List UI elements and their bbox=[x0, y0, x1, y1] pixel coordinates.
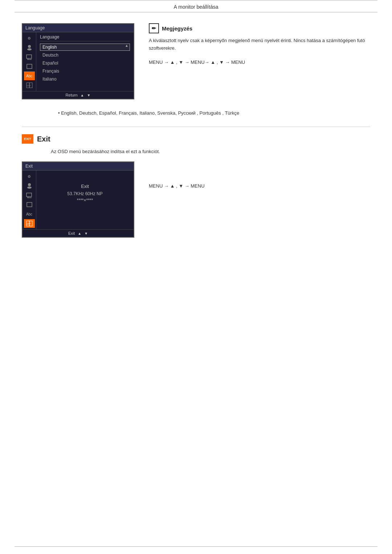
note-icon: ✏ bbox=[149, 23, 159, 33]
osd-icon-exit: EXIT bbox=[24, 81, 35, 90]
osd-submenu-language-title: Language bbox=[40, 34, 130, 41]
exit-heading: EXIT Exit bbox=[22, 134, 370, 144]
exit-osd-icon-screen bbox=[24, 200, 35, 209]
language-osd-panel: Language ⚙ Abc EXIT bbox=[22, 23, 134, 99]
osd-icon-screen bbox=[24, 62, 35, 71]
language-list-area: Language ▲ English Deutsch Español Franç… bbox=[36, 32, 134, 91]
svg-point-1 bbox=[27, 48, 32, 50]
section-divider bbox=[22, 127, 370, 127]
osd-icon-settings: ⚙ bbox=[24, 34, 35, 42]
exit-osd-icon-input bbox=[24, 191, 35, 200]
footer-return-label: Return bbox=[66, 93, 78, 97]
svg-text:EXIT: EXIT bbox=[27, 223, 31, 225]
svg-rect-2 bbox=[26, 55, 32, 58]
exit-icon-box: EXIT bbox=[22, 134, 33, 144]
osd-language-header: Language bbox=[23, 24, 134, 32]
note-body: A kiválasztott nyelv csak a képernyőn me… bbox=[149, 37, 370, 52]
osd-icon-list: ⚙ Abc EXIT bbox=[23, 32, 36, 91]
language-list-text: English, Deutsch, Español, Français, Ita… bbox=[58, 110, 370, 116]
svg-rect-5 bbox=[27, 64, 32, 69]
exit-osd-header: Exit bbox=[23, 162, 134, 171]
exit-footer-label: Exit bbox=[68, 231, 75, 235]
exit-osd-icon-picture bbox=[24, 181, 35, 190]
lang-item-italiano[interactable]: Italiano bbox=[40, 75, 130, 83]
exit-osd-icon-list: ⚙ Abc EXIT bbox=[23, 171, 36, 229]
lang-item-english[interactable]: English bbox=[40, 44, 130, 51]
svg-rect-11 bbox=[26, 193, 32, 197]
svg-text:EXIT: EXIT bbox=[27, 85, 31, 87]
exit-nav: MENU → ▲ , ▼ → MENU bbox=[149, 183, 205, 189]
footer-up-btn[interactable]: ▲ bbox=[81, 93, 84, 97]
exit-heading-text: Exit bbox=[37, 135, 50, 143]
exit-submenu-label: Exit bbox=[40, 184, 130, 189]
exit-footer-down-btn[interactable]: ▼ bbox=[84, 231, 88, 235]
osd-icon-picture bbox=[24, 43, 35, 52]
bottom-border bbox=[15, 546, 377, 547]
page-title: A monitor beállítása bbox=[15, 0, 377, 12]
note-nav: MENU → ▲ , ▼ → MENU→ ▲ , ▼ → MENU bbox=[149, 59, 370, 65]
language-section: Language ⚙ Abc EXIT bbox=[22, 23, 370, 99]
exit-info-line2: ****×**** bbox=[40, 198, 130, 203]
lang-item-francais[interactable]: Français bbox=[40, 67, 130, 75]
lang-item-deutsch[interactable]: Deutsch bbox=[40, 52, 130, 59]
exit-info-line1: 53.7KHz 60Hz NP bbox=[40, 191, 130, 196]
osd-icon-input bbox=[24, 53, 35, 61]
scroll-up-indicator: ▲ bbox=[125, 44, 128, 48]
svg-point-0 bbox=[28, 45, 31, 48]
lang-item-espanol[interactable]: Español bbox=[40, 59, 130, 67]
exit-osd-icon-language: Abc bbox=[24, 210, 35, 218]
exit-section: EXIT Exit Az OSD menü bezárásához indíts… bbox=[22, 134, 370, 238]
language-note-box: ✏ Megjegyzés A kiválasztott nyelv csak a… bbox=[149, 23, 370, 99]
note-title: Megjegyzés bbox=[162, 25, 192, 32]
svg-rect-14 bbox=[27, 202, 32, 207]
exit-description: Az OSD menü bezárásához indítsa el ezt a… bbox=[51, 149, 370, 154]
osd-icon-language: Abc bbox=[24, 71, 35, 80]
osd-language-footer: Return ▲ ▼ bbox=[23, 91, 134, 99]
exit-footer-up-btn[interactable]: ▲ bbox=[78, 231, 81, 235]
exit-osd-main-area: Exit 53.7KHz 60Hz NP ****×**** bbox=[36, 171, 134, 229]
svg-point-9 bbox=[28, 183, 31, 186]
svg-point-10 bbox=[27, 186, 32, 189]
exit-osd-icon-exit: EXIT bbox=[24, 219, 35, 228]
exit-osd-panel: Exit ⚙ Abc bbox=[22, 161, 134, 238]
exit-panels-row: Exit ⚙ Abc bbox=[22, 161, 370, 238]
exit-osd-footer: Exit ▲ ▼ bbox=[23, 229, 134, 237]
exit-osd-icon-settings: ⚙ bbox=[24, 172, 35, 181]
footer-down-btn[interactable]: ▼ bbox=[87, 93, 91, 97]
note-header: ✏ Megjegyzés bbox=[149, 23, 370, 33]
